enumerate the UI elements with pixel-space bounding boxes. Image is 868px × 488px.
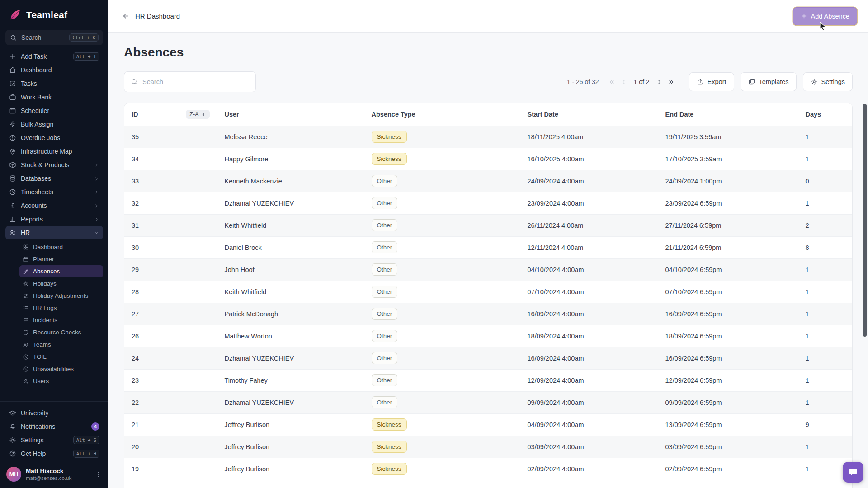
- first-page-button[interactable]: [606, 75, 618, 89]
- sidebar-item-bulk-assign[interactable]: Bulk Assign: [5, 117, 103, 131]
- list-icon: [23, 305, 29, 311]
- sidebar-item-tasks[interactable]: Tasks: [5, 77, 103, 90]
- add-absence-button[interactable]: Add Absence: [793, 7, 857, 25]
- table-row[interactable]: 28Keith WhitfieldOther07/10/2024 4:00am0…: [124, 281, 852, 303]
- sidebar-item-stock-products[interactable]: Stock & Products: [5, 158, 103, 172]
- cell-end-date: 09/09/2024 6:59pm: [658, 391, 798, 413]
- sidebar-item-overdue-jobs[interactable]: Overdue Jobs: [5, 131, 103, 145]
- sidebar-item-hr-holiday-adjustments[interactable]: Holiday Adjustments: [19, 290, 103, 302]
- table-row[interactable]: 26Matthew WortonOther18/09/2024 4:00am18…: [124, 325, 852, 347]
- table-row[interactable]: 31Keith WhitfieldOther26/11/2024 4:00am2…: [124, 214, 852, 236]
- export-button[interactable]: Export: [689, 72, 734, 91]
- table-row[interactable]: 20Jeffrey BurlisonSickness03/09/2024 4:0…: [124, 436, 852, 458]
- sidebar-item-timesheets[interactable]: Timesheets: [5, 185, 103, 199]
- chart-icon: [9, 216, 16, 223]
- sidebar-item-hr-teams[interactable]: Teams: [19, 338, 103, 351]
- back-button[interactable]: HR Dashboard: [122, 12, 180, 20]
- sidebar-item-reports[interactable]: Reports: [5, 212, 103, 226]
- cell-end-date: 02/09/2024 6:59pm: [658, 458, 798, 480]
- cell-id: 26: [124, 325, 217, 347]
- id-header: IDZ-A: [132, 110, 210, 119]
- vertical-scrollbar[interactable]: [863, 104, 867, 337]
- last-page-button[interactable]: [665, 75, 677, 89]
- table-row[interactable]: 29John HoofOther04/10/2024 4:00am04/10/2…: [124, 258, 852, 281]
- app-logo[interactable]: Teamleaf: [0, 0, 108, 28]
- templates-icon: [748, 78, 755, 85]
- sidebar-item-university[interactable]: University: [5, 406, 103, 420]
- table-row[interactable]: 30Daniel BrockOther12/11/2024 4:00am21/1…: [124, 236, 852, 258]
- sidebar-item-hr-incidents[interactable]: Incidents: [19, 314, 103, 326]
- sidebar-item-accounts[interactable]: Accounts: [5, 199, 103, 212]
- export-label: Export: [708, 78, 726, 85]
- slash-icon: [23, 366, 29, 372]
- sidebar-item-label: Overdue Jobs: [21, 134, 60, 141]
- sidebar-item-hr-resource-checks[interactable]: Resource Checks: [19, 326, 103, 338]
- cell-id: 19: [124, 458, 217, 480]
- column-header-absence-type[interactable]: Absence Type: [364, 103, 520, 126]
- cell-user: Jeffrey Burlison: [217, 458, 364, 480]
- cell-absence-type: Sickness: [364, 436, 520, 458]
- cell-absence-type: Other: [364, 303, 520, 325]
- sidebar-item-work-bank[interactable]: Work Bank: [5, 90, 103, 104]
- sort-chip[interactable]: Z-A: [186, 110, 209, 119]
- sidebar-item-infrastructure-map[interactable]: Infrastructure Map: [5, 145, 103, 158]
- chat-button[interactable]: [843, 462, 863, 483]
- table-row[interactable]: 19Jeffrey BurlisonSickness02/09/2024 4:0…: [124, 458, 852, 480]
- table-row[interactable]: 33Kenneth MackenzieOther24/09/2024 4:00a…: [124, 170, 852, 192]
- shortcut-badge: Alt + H: [73, 450, 99, 458]
- sidebar-item-hr-users[interactable]: Users: [19, 375, 103, 387]
- table-settings-button[interactable]: Settings: [803, 72, 853, 91]
- sidebar-item-hr-unavailabilities[interactable]: Unavailabilities: [19, 363, 103, 375]
- sidebar-item-hr[interactable]: HR: [5, 226, 103, 239]
- chevron-right-icon: [94, 176, 99, 182]
- next-page-button[interactable]: [654, 75, 665, 89]
- cell-start-date: 12/09/2024 4:00am: [520, 369, 658, 391]
- column-header-days[interactable]: Days: [798, 103, 852, 126]
- table-row[interactable]: 35Melissa ReeceSickness18/11/2025 4:00am…: [124, 126, 852, 148]
- sidebar-item-hr-dashboard[interactable]: Dashboard: [19, 241, 103, 253]
- sidebar-item-add-task[interactable]: Add TaskAlt + T: [5, 50, 103, 63]
- table-row[interactable]: 24Dzhamal YUZEKCHIEVOther16/09/2024 4:00…: [124, 347, 852, 369]
- sidebar-item-hr-planner[interactable]: Planner: [19, 253, 103, 265]
- sidebar-search-button[interactable]: Search Ctrl + K: [5, 30, 103, 45]
- cell-end-date: 07/10/2024 6:59pm: [658, 281, 798, 303]
- chevron-right-icon: [94, 162, 99, 168]
- user-menu-dots-icon[interactable]: [95, 471, 102, 478]
- absence-type-badge: Other: [372, 396, 398, 409]
- box-icon: [9, 161, 16, 169]
- sidebar-item-scheduler[interactable]: Scheduler: [5, 104, 103, 117]
- column-header-user[interactable]: User: [217, 103, 364, 126]
- column-header-end-date[interactable]: End Date: [658, 103, 798, 126]
- sidebar-item-settings[interactable]: SettingsAlt + S: [5, 433, 103, 447]
- sidebar-item-label: Users: [33, 378, 49, 385]
- table-row[interactable]: 23Timothy FaheyOther12/09/2024 4:00am12/…: [124, 369, 852, 391]
- briefcase-icon: [9, 94, 16, 101]
- table-row[interactable]: 32Dzhamal YUZEKCHIEVOther23/09/2024 4:00…: [124, 192, 852, 214]
- cell-id: 32: [124, 192, 217, 214]
- prev-page-button[interactable]: [618, 75, 630, 89]
- sidebar-item-hr-absences[interactable]: Absences: [19, 265, 103, 277]
- cell-end-date: 23/09/2024 6:59pm: [658, 192, 798, 214]
- sidebar-item-hr-holidays[interactable]: Holidays: [19, 277, 103, 290]
- sidebar-footer: UniversityNotifications4SettingsAlt + SG…: [0, 401, 108, 462]
- search-input[interactable]: [142, 78, 249, 85]
- sidebar-item-hr-logs[interactable]: HR Logs: [19, 302, 103, 314]
- user-card[interactable]: MH Matt Hiscock matt@senses.co.uk: [0, 462, 108, 488]
- table-row[interactable]: 27Patrick McDonaghOther16/09/2024 4:00am…: [124, 303, 852, 325]
- cell-days: 1: [798, 347, 852, 369]
- column-header-start-date[interactable]: Start Date: [520, 103, 658, 126]
- home-icon: [9, 66, 16, 74]
- sidebar-item-notifications[interactable]: Notifications4: [5, 420, 103, 433]
- table-row[interactable]: 21Jeffrey BurlisonSickness04/09/2024 4:0…: [124, 413, 852, 436]
- table-row[interactable]: 34Happy GilmoreSickness16/10/2025 4:00am…: [124, 148, 852, 170]
- sidebar-item-get-help[interactable]: Get HelpAlt + H: [5, 447, 103, 460]
- column-header-id[interactable]: IDZ-A: [124, 103, 217, 126]
- chevrons-right-icon: [668, 79, 675, 85]
- sidebar-item-databases[interactable]: Databases: [5, 172, 103, 185]
- sidebar-item-hr-toil[interactable]: TOIL: [19, 351, 103, 363]
- sidebar-item-label: Scheduler: [21, 107, 49, 114]
- table-row[interactable]: 22Dzhamal YUZEKCHIEVOther09/09/2024 4:00…: [124, 391, 852, 413]
- templates-button[interactable]: Templates: [741, 72, 797, 91]
- sidebar-item-label: Settings: [21, 436, 44, 444]
- sidebar-item-dashboard[interactable]: Dashboard: [5, 63, 103, 77]
